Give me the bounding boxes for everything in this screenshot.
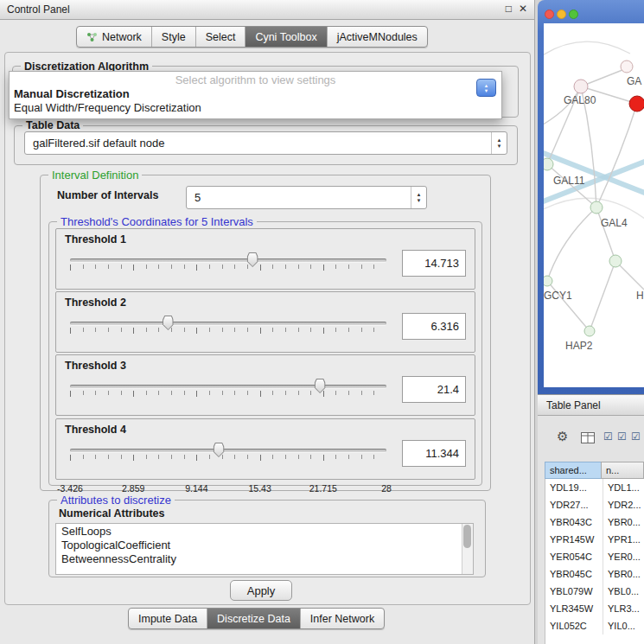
slider-thumb[interactable] <box>163 316 174 330</box>
column-header-shared-name[interactable]: shared... <box>545 462 602 479</box>
columns-icon[interactable] <box>581 432 595 443</box>
table-cell[interactable]: YLR345W <box>545 600 603 617</box>
attribute-list-item[interactable]: BetweennessCentrality <box>56 552 473 565</box>
minimize-icon[interactable]: □ <box>506 3 512 15</box>
tick-label: 28 <box>381 483 392 494</box>
table-cell[interactable]: YBL079W <box>545 583 603 600</box>
tab-discretize-data[interactable]: Discretize Data <box>207 609 300 628</box>
table-cell[interactable]: YER054C <box>545 548 603 565</box>
slider-thumb[interactable] <box>214 443 225 457</box>
tab-cyni-toolbox[interactable]: Cyni Toolbox <box>245 27 326 47</box>
deselect-all-icon[interactable]: ☑ <box>617 430 627 443</box>
threshold-1-value[interactable]: 14.713 <box>402 250 466 277</box>
combo-arrow-down-icon: ▼ <box>484 88 488 93</box>
node-mid[interactable] <box>609 255 622 267</box>
table-data-combo[interactable]: galFiltered.sif default node ▲ ▼ <box>24 131 507 155</box>
table-row[interactable]: YBR045CYBR0... <box>545 565 644 583</box>
table-data-combo-stepper[interactable]: ▲ ▼ <box>491 132 507 154</box>
table-cell[interactable]: YBR0... <box>603 565 644 583</box>
numeric-attribute-list[interactable]: SelfLoopsTopologicalCoefficientBetweenne… <box>55 523 474 575</box>
node-label-gal80: GAL80 <box>564 94 596 106</box>
network-canvas[interactable]: GAL80 GA GAL11 GAL4 GCY1 H HAP2 <box>544 23 644 387</box>
node-gcy1[interactable] <box>544 276 552 286</box>
node-hap2[interactable] <box>584 326 595 336</box>
threshold-2-value[interactable]: 6.316 <box>402 313 466 340</box>
slider-thumb[interactable] <box>315 379 326 393</box>
tab-jactivemnodules[interactable]: jActiveMNodules <box>327 27 427 47</box>
table-cell[interactable]: YLR3... <box>603 600 644 617</box>
scrollbar-thumb[interactable] <box>463 525 471 548</box>
table-cell[interactable]: YIL052C <box>545 617 603 634</box>
table-cell[interactable]: YBR045C <box>545 565 603 583</box>
tab-impute-data-label: Impute Data <box>138 613 197 625</box>
number-of-intervals-combo[interactable]: 5 ▲ ▼ <box>186 186 427 209</box>
threshold-3-value[interactable]: 21.4 <box>402 376 466 403</box>
table-cell[interactable]: YBR0... <box>603 513 644 531</box>
slider-thumb[interactable] <box>247 252 258 267</box>
minimize-button[interactable] <box>557 10 566 19</box>
table-cell[interactable]: YBR043C <box>545 513 603 531</box>
attribute-list-item[interactable]: TopologicalCoefficient <box>56 538 473 552</box>
table-cell[interactable]: YPR145W <box>545 531 603 548</box>
node-gal80[interactable] <box>574 80 588 93</box>
table-cell[interactable]: YPR1... <box>603 531 644 548</box>
table-row[interactable]: YDR27...YDR2... <box>545 496 644 513</box>
tab-impute-data[interactable]: Impute Data <box>129 609 207 628</box>
table-cell[interactable]: YIL0... <box>603 617 644 634</box>
node-selected-red[interactable] <box>629 96 644 112</box>
control-panel-titlebar[interactable]: Control Panel □ ✕ <box>0 0 534 20</box>
table-cell[interactable]: YER0... <box>603 548 644 565</box>
table-row[interactable]: YDL19...YDL1... <box>545 479 644 496</box>
algorithm-option-manual[interactable]: Manual Discretization <box>14 87 130 100</box>
table-row[interactable]: YER054CYER0... <box>545 548 644 565</box>
table-row[interactable]: YBL079WYBL0... <box>545 583 644 600</box>
attribute-list-scrollbar[interactable] <box>462 524 473 574</box>
node-ga[interactable] <box>621 61 633 73</box>
slider-track[interactable] <box>70 385 386 388</box>
table-row[interactable]: YPR145WYPR1... <box>545 531 644 548</box>
slider-track[interactable] <box>70 322 386 325</box>
table-row[interactable]: YLR345WYLR3... <box>545 600 644 617</box>
table-row[interactable]: YIL052CYIL0... <box>545 617 644 634</box>
threshold-1-slider[interactable]: -3.426 2.859 9.144 15.43 21.715 28 <box>70 250 386 288</box>
node-label-gal11: GAL11 <box>553 175 584 187</box>
slider-track[interactable] <box>70 258 386 262</box>
tab-select[interactable]: Select <box>195 27 245 47</box>
apply-button[interactable]: Apply <box>230 580 292 601</box>
table-cell[interactable]: YDL1... <box>603 479 644 496</box>
attributes-group-label: Attributes to discretize <box>57 494 175 507</box>
tab-style[interactable]: Style <box>151 27 195 47</box>
apply-button-label: Apply <box>247 584 276 597</box>
node-gal4[interactable] <box>590 201 603 214</box>
tab-network[interactable]: Network <box>77 27 151 47</box>
number-of-intervals-stepper[interactable]: ▲ ▼ <box>411 187 426 208</box>
algorithm-option-equal-width[interactable]: Equal Width/Frequency Discretization <box>14 101 201 114</box>
table-row[interactable]: YBR043CYBR0... <box>545 513 644 531</box>
zoom-button[interactable] <box>569 10 578 19</box>
column-header-name[interactable]: n... <box>601 462 644 479</box>
tab-infer-network[interactable]: Infer Network <box>300 609 384 628</box>
table-cell[interactable]: YDR27... <box>545 496 603 513</box>
threshold-2-slider[interactable]: -3.426 2.859 9.144 15.43 21.715 28 <box>70 313 386 351</box>
slider-track[interactable] <box>70 449 386 452</box>
node-gal11[interactable] <box>544 158 553 170</box>
algorithm-combo-button[interactable]: ▲ ▼ <box>476 79 496 97</box>
tab-cyni-toolbox-label: Cyni Toolbox <box>255 31 316 43</box>
threshold-3-slider[interactable]: -3.426 2.859 9.144 15.43 21.715 28 <box>70 376 386 414</box>
table-panel-titlebar[interactable]: Table Panel <box>538 394 644 416</box>
close-button[interactable] <box>545 10 554 19</box>
close-icon[interactable]: ✕ <box>519 3 527 15</box>
extra-checkbox-icon[interactable]: ☑ <box>631 430 641 443</box>
table-cell[interactable]: YDR2... <box>603 496 644 513</box>
table-cell[interactable]: YDL19... <box>545 479 603 496</box>
gear-icon[interactable]: ⚙ <box>557 429 568 444</box>
tab-style-label: Style <box>162 31 186 43</box>
table-cell[interactable]: YBL0... <box>603 583 644 600</box>
threshold-4-value[interactable]: 11.344 <box>402 440 466 467</box>
numerical-attributes-label: Numerical Attributes <box>55 507 168 520</box>
attribute-list-item[interactable]: SelfLoops <box>56 524 473 538</box>
table-body[interactable]: YDL19...YDL1...YDR27...YDR2...YBR043CYBR… <box>545 479 644 644</box>
threshold-4-slider[interactable]: -3.426 2.859 9.144 15.43 21.715 28 <box>70 440 386 478</box>
select-all-icon[interactable]: ☑ <box>603 430 613 443</box>
threshold-panel-1: Threshold 1 -3.426 2.859 9.144 15.43 21.… <box>55 228 475 290</box>
